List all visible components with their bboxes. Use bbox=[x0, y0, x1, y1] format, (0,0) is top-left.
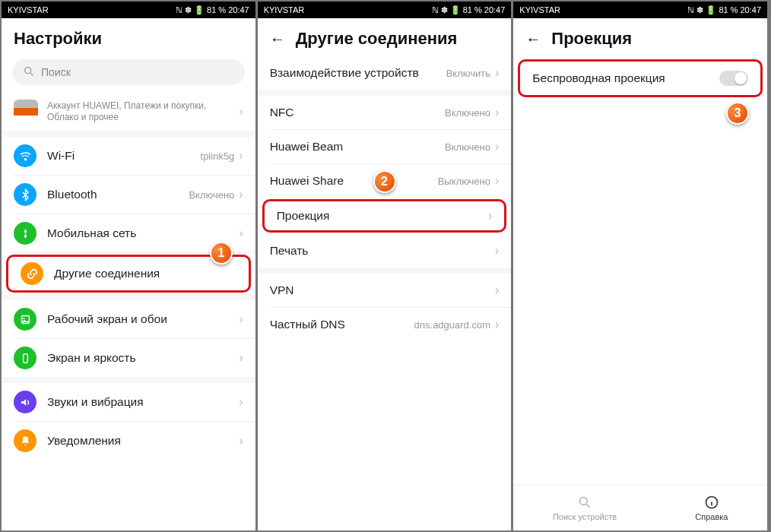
nfc-row[interactable]: NFC Включено › bbox=[258, 96, 512, 129]
nfc-icon: ℕ bbox=[687, 5, 694, 15]
chevron-right-icon: › bbox=[239, 149, 243, 163]
dns-row[interactable]: Частный DNS dns.adguard.com › bbox=[258, 308, 512, 341]
battery-label: 81 % bbox=[207, 5, 226, 14]
svg-rect-5 bbox=[23, 353, 27, 362]
wallpaper-icon bbox=[14, 308, 36, 331]
chevron-right-icon: › bbox=[239, 188, 243, 201]
page-title: Проекция bbox=[551, 29, 632, 49]
sound-icon bbox=[14, 391, 36, 413]
wifi-row[interactable]: Wi-Fi tplink5g › bbox=[2, 137, 255, 175]
status-bar: KYIVSTAR ℕ ✽ 🔋 81 % 20:47 bbox=[258, 2, 512, 18]
battery-icon: 🔋 bbox=[706, 5, 716, 15]
svg-line-7 bbox=[587, 505, 590, 508]
carrier-label: KYIVSTAR bbox=[8, 5, 49, 14]
chevron-right-icon: › bbox=[495, 318, 499, 331]
bottom-bar: Поиск устройств Справка bbox=[513, 485, 767, 530]
battery-label: 81 % bbox=[463, 5, 482, 14]
chevron-right-icon: › bbox=[495, 140, 499, 154]
chevron-right-icon: › bbox=[239, 395, 243, 409]
wifi-icon bbox=[14, 144, 36, 167]
mobile-icon bbox=[14, 222, 36, 245]
tab-search-devices[interactable]: Поиск устройств bbox=[553, 495, 617, 521]
panel-other-connections: KYIVSTAR ℕ ✽ 🔋 81 % 20:47 ← Другие соеди… bbox=[258, 2, 514, 530]
header: Настройки bbox=[2, 18, 255, 56]
bt-icon: ✽ bbox=[185, 5, 192, 15]
avatar bbox=[14, 100, 38, 124]
chevron-right-icon: › bbox=[239, 226, 243, 240]
back-button[interactable]: ← bbox=[525, 31, 541, 46]
back-button[interactable]: ← bbox=[270, 31, 285, 46]
link-icon bbox=[21, 262, 43, 285]
battery-icon: 🔋 bbox=[194, 5, 205, 15]
chevron-right-icon: › bbox=[495, 283, 499, 297]
mobile-row[interactable]: Мобильная сеть › 1 bbox=[2, 214, 255, 252]
time-label: 20:47 bbox=[484, 5, 506, 14]
huawei-share-row[interactable]: Huawei Share 2 Выключено › bbox=[258, 164, 512, 198]
header: ← Другие соединения bbox=[258, 18, 512, 56]
callout-2: 2 bbox=[373, 170, 396, 193]
account-row[interactable]: Аккаунт HUAWEI, Платежи и покупки, Облак… bbox=[2, 93, 255, 131]
bell-icon bbox=[14, 429, 36, 452]
nfc-icon: ℕ bbox=[432, 5, 439, 15]
search-icon bbox=[23, 65, 35, 80]
callout-1: 1 bbox=[210, 242, 233, 264]
chevron-right-icon: › bbox=[495, 244, 499, 258]
brightness-icon bbox=[14, 347, 36, 369]
chevron-right-icon: › bbox=[239, 434, 243, 448]
time-label: 20:47 bbox=[228, 5, 249, 14]
chevron-right-icon: › bbox=[239, 105, 243, 119]
chevron-right-icon: › bbox=[495, 174, 499, 188]
wallpaper-row[interactable]: Рабочий экран и обои › bbox=[2, 300, 255, 338]
chevron-right-icon: › bbox=[495, 106, 499, 119]
chevron-right-icon: › bbox=[488, 209, 492, 223]
bluetooth-row[interactable]: Bluetooth Включено › bbox=[2, 176, 255, 214]
chevron-right-icon: › bbox=[495, 66, 499, 80]
projection-row[interactable]: Проекция › bbox=[262, 199, 507, 233]
search-input[interactable]: Поиск bbox=[12, 59, 245, 85]
chevron-right-icon: › bbox=[239, 351, 243, 365]
wireless-projection-row[interactable]: Беспроводная проекция bbox=[518, 59, 763, 97]
account-sub: Аккаунт HUAWEI, Платежи и покупки, Облак… bbox=[47, 100, 239, 123]
time-label: 20:47 bbox=[740, 5, 761, 14]
wireless-projection-toggle[interactable] bbox=[719, 71, 748, 86]
bluetooth-icon bbox=[14, 183, 36, 206]
svg-point-4 bbox=[23, 318, 24, 319]
battery-icon: 🔋 bbox=[450, 5, 461, 15]
bt-icon: ✽ bbox=[696, 5, 703, 15]
status-bar: KYIVSTAR ℕ ✽ 🔋 81 % 20:47 bbox=[513, 2, 767, 18]
svg-point-6 bbox=[579, 497, 587, 505]
callout-3: 3 bbox=[726, 102, 749, 125]
sound-row[interactable]: Звуки и вибрация › bbox=[2, 383, 255, 421]
search-placeholder: Поиск bbox=[41, 66, 71, 78]
carrier-label: KYIVSTAR bbox=[519, 5, 560, 14]
tab-help[interactable]: Справка bbox=[695, 495, 728, 521]
page-title: Настройки bbox=[14, 29, 102, 49]
nfc-icon: ℕ bbox=[176, 5, 182, 15]
battery-label: 81 % bbox=[719, 5, 738, 14]
page-title: Другие соединения bbox=[296, 29, 458, 49]
svg-point-0 bbox=[25, 67, 31, 73]
panel-settings: KYIVSTAR ℕ ✽ 🔋 81 % 20:47 Настройки Поис… bbox=[2, 2, 258, 530]
header: ← Проекция bbox=[513, 18, 767, 56]
panel-projection: KYIVSTAR ℕ ✽ 🔋 81 % 20:47 ← Проекция Бес… bbox=[513, 2, 769, 530]
bt-icon: ✽ bbox=[441, 5, 448, 15]
svg-point-2 bbox=[24, 158, 26, 160]
brightness-row[interactable]: Экран и яркость › bbox=[2, 339, 255, 377]
print-row[interactable]: Печать › bbox=[258, 234, 512, 268]
carrier-label: KYIVSTAR bbox=[264, 5, 305, 14]
device-interaction-row[interactable]: Взаимодействие устройств Включить › bbox=[258, 56, 512, 90]
svg-line-1 bbox=[30, 73, 33, 75]
notifications-row[interactable]: Уведомления › bbox=[2, 422, 255, 460]
status-bar: KYIVSTAR ℕ ✽ 🔋 81 % 20:47 bbox=[2, 2, 255, 18]
chevron-right-icon: › bbox=[239, 312, 243, 326]
vpn-row[interactable]: VPN › bbox=[258, 274, 512, 307]
huawei-beam-row[interactable]: Huawei Beam Включено › bbox=[258, 130, 512, 163]
